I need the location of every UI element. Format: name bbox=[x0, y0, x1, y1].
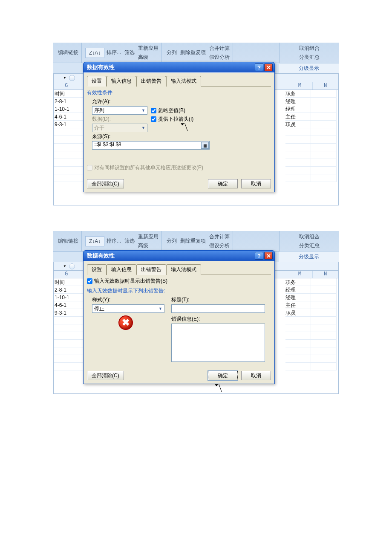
ribbon-sort-label[interactable]: 排序... bbox=[105, 49, 122, 57]
ribbon-outline-label: 分级显示 bbox=[279, 251, 339, 262]
left-row: 1-10-1 bbox=[54, 105, 84, 113]
data-value: 介于 bbox=[94, 124, 104, 132]
tab-error-alert[interactable]: 出错警告 bbox=[136, 76, 166, 87]
ribbon-filter[interactable]: 筛选 bbox=[123, 237, 136, 245]
ribbon-sort-label[interactable]: 排序... bbox=[105, 237, 122, 245]
allow-value: 序列 bbox=[94, 107, 104, 114]
apply-others-checkbox: 对有同样设置的所有其他单元格应用这些更改(P) bbox=[87, 164, 203, 171]
ok-button[interactable]: 确定 bbox=[208, 179, 238, 188]
ribbon-calc[interactable]: 合并计算 bbox=[208, 44, 231, 52]
ribbon-outline-group: 取消组合 分类汇总 bbox=[279, 43, 339, 63]
ribbon-subtotal[interactable]: 分类汇总 bbox=[298, 242, 321, 250]
tab-settings[interactable]: 设置 bbox=[87, 76, 107, 87]
data-validation-dialog: 数据有效性 ? ✕ 设置 输入信息 出错警告 输入法模式 有效性条件 允许(A)… bbox=[83, 62, 275, 192]
ribbon-edit-links[interactable]: 编辑链接 bbox=[57, 49, 80, 57]
right-row: 经理 bbox=[285, 286, 311, 294]
ribbon-text-to-columns[interactable]: 分列 bbox=[165, 237, 178, 245]
error-group-label: 输入无效数据时显示下列出错警告: bbox=[87, 287, 271, 295]
col-m[interactable]: M bbox=[287, 271, 313, 278]
right-row: 主任 bbox=[285, 113, 311, 121]
clear-all-button[interactable]: 全部清除(C) bbox=[87, 371, 124, 380]
right-row: 经理 bbox=[285, 98, 311, 105]
left-row: 2-8-1 bbox=[54, 98, 84, 105]
tab-error-alert[interactable]: 出错警告 bbox=[136, 264, 166, 275]
col-n[interactable]: N bbox=[313, 271, 338, 278]
close-button[interactable]: ✕ bbox=[264, 64, 273, 71]
tab-ime-mode[interactable]: 输入法模式 bbox=[166, 264, 201, 275]
source-value: =$L$3:$L$8 bbox=[94, 142, 121, 147]
show-error-input[interactable] bbox=[87, 278, 92, 284]
allow-select[interactable]: 序列 ▼ bbox=[92, 106, 147, 115]
left-header: 时间 bbox=[54, 90, 84, 98]
left-row: 4-6-1 bbox=[54, 113, 84, 121]
source-input[interactable]: =$L$3:$L$8 ▦ bbox=[92, 141, 210, 150]
ok-button[interactable]: 确定 bbox=[208, 371, 238, 380]
tab-ime-mode[interactable]: 输入法模式 bbox=[166, 76, 201, 87]
dialog-title: 数据有效性 bbox=[85, 252, 254, 260]
dropdown-input[interactable] bbox=[151, 116, 156, 122]
error-message-textarea[interactable] bbox=[171, 324, 265, 362]
chevron-down-icon: ▼ bbox=[141, 126, 145, 130]
style-label: 样式(Y): bbox=[92, 296, 164, 304]
col-n[interactable]: N bbox=[313, 82, 338, 90]
title-input[interactable] bbox=[171, 304, 265, 313]
range-picker-icon[interactable]: ▦ bbox=[201, 142, 209, 149]
help-button[interactable]: ? bbox=[255, 64, 263, 71]
ribbon-edit-links[interactable]: 编辑链接 bbox=[57, 237, 80, 245]
dialog-titlebar[interactable]: 数据有效性 ? ✕ bbox=[84, 62, 274, 72]
ignore-blank-input[interactable] bbox=[151, 108, 156, 113]
ribbon-advanced[interactable]: 高级 bbox=[137, 53, 150, 61]
dialog-titlebar[interactable]: 数据有效性 ? ✕ bbox=[84, 251, 274, 261]
close-button[interactable]: ✕ bbox=[264, 252, 273, 260]
help-button[interactable]: ? bbox=[255, 252, 263, 260]
apply-others-input bbox=[87, 165, 92, 171]
col-g[interactable]: G bbox=[54, 271, 79, 278]
col-m[interactable]: M bbox=[287, 82, 313, 90]
ignore-blank-checkbox[interactable]: 忽略空值(B) bbox=[151, 107, 185, 114]
tab-settings[interactable]: 设置 bbox=[87, 264, 107, 275]
cancel-button[interactable]: 取消 bbox=[241, 371, 271, 380]
screenshot-2: 编辑链接 Z↓A↓ 排序... 筛选 重新应用 高级 分列 删除重复项 合并计算… bbox=[53, 231, 339, 394]
dropdown-checkbox[interactable]: 提供下拉箭头(I) bbox=[151, 116, 193, 123]
name-box-dropdown[interactable]: ▼ bbox=[55, 264, 66, 268]
ribbon-sort-button[interactable]: Z↓A↓ bbox=[85, 236, 104, 246]
ribbon-remove-dup[interactable]: 删除重复项 bbox=[179, 237, 207, 245]
ribbon-whatif[interactable]: 假设分析 bbox=[208, 242, 231, 250]
right-header: 职务 bbox=[285, 278, 311, 286]
tab-input-message[interactable]: 输入信息 bbox=[107, 264, 136, 275]
col-g[interactable]: G bbox=[54, 82, 79, 90]
name-box-dropdown[interactable]: ▼ bbox=[55, 76, 66, 80]
ribbon-sort-button[interactable]: Z↓A↓ bbox=[85, 48, 104, 58]
clear-all-button[interactable]: 全部清除(C) bbox=[87, 179, 124, 188]
ribbon-whatif[interactable]: 假设分析 bbox=[208, 53, 231, 61]
ribbon-filter[interactable]: 筛选 bbox=[123, 49, 136, 57]
allow-label: 允许(A): bbox=[92, 98, 110, 105]
style-select[interactable]: 停止 ▼ bbox=[92, 304, 164, 313]
ribbon-text-to-columns[interactable]: 分列 bbox=[165, 49, 178, 57]
ribbon-toolbar: 编辑链接 Z↓A↓ 排序... 筛选 重新应用 高级 分列 删除重复项 合并计算… bbox=[53, 231, 339, 251]
ribbon-advanced[interactable]: 高级 bbox=[137, 242, 150, 250]
ribbon-outline-label: 分级显示 bbox=[279, 63, 339, 73]
screenshot-1: 编辑链接 Z↓A↓ 排序... 筛选 重新应用 高级 分列 删除重复项 合并计算… bbox=[53, 43, 339, 205]
stop-icon: ✖ bbox=[118, 315, 133, 330]
show-error-checkbox[interactable]: 输入无效数据时显示出错警告(S) bbox=[87, 278, 271, 285]
data-validation-dialog: 数据有效性 ? ✕ 设置 输入信息 出错警告 输入法模式 输入无效数据时显示出错… bbox=[83, 250, 275, 384]
left-row: 9-3-1 bbox=[54, 121, 84, 128]
fx-icon bbox=[69, 75, 75, 81]
right-row: 经理 bbox=[285, 294, 311, 301]
ribbon-reapply[interactable]: 重新应用 bbox=[137, 233, 160, 241]
ribbon-subtotal[interactable]: 分类汇总 bbox=[298, 53, 321, 61]
ribbon-reapply[interactable]: 重新应用 bbox=[137, 44, 160, 52]
ribbon-calc[interactable]: 合并计算 bbox=[208, 233, 231, 241]
criteria-label: 有效性条件 bbox=[87, 89, 271, 96]
left-row: 2-8-1 bbox=[54, 286, 84, 294]
ribbon-ungroup[interactable]: 取消组合 bbox=[298, 233, 321, 241]
fx-icon bbox=[69, 263, 75, 269]
ribbon-ungroup[interactable]: 取消组合 bbox=[298, 44, 321, 52]
ribbon-remove-dup[interactable]: 删除重复项 bbox=[179, 49, 207, 57]
cancel-button[interactable]: 取消 bbox=[241, 179, 271, 188]
tab-input-message[interactable]: 输入信息 bbox=[107, 76, 136, 87]
error-alert-group: 输入无效数据时显示下列出错警告: 样式(Y): 停止 ▼ ✖ 标题 bbox=[87, 287, 271, 363]
show-error-label: 输入无效数据时显示出错警告(S) bbox=[94, 278, 167, 285]
title-label: 标题(T): bbox=[171, 296, 271, 304]
